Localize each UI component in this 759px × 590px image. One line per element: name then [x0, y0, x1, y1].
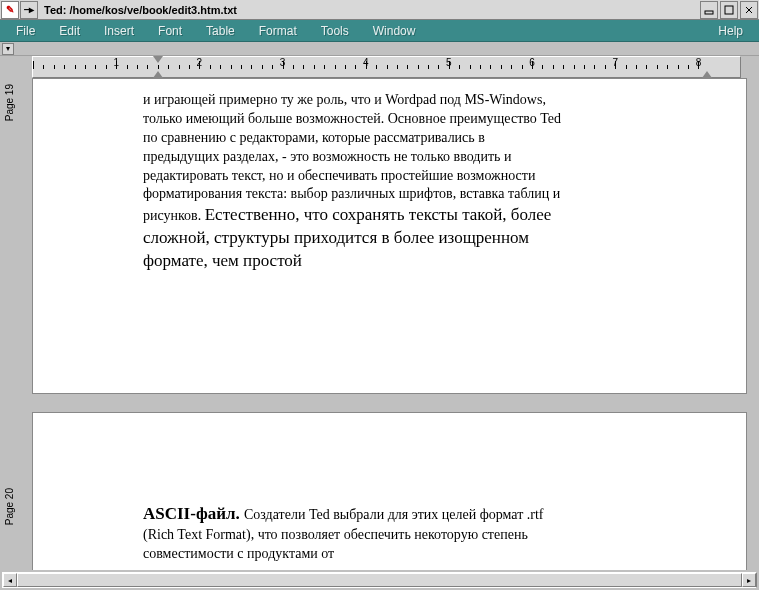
ruler-number: 6	[529, 57, 535, 68]
ruler-number: 5	[446, 57, 452, 68]
menu-edit[interactable]: Edit	[47, 22, 92, 40]
ruler-number: 1	[113, 57, 119, 68]
scroll-right-button[interactable]: ▸	[742, 573, 756, 587]
ruler-number: 7	[612, 57, 618, 68]
window-title: Ted: /home/kos/ve/book/edit3.htm.txt	[42, 4, 699, 16]
document-viewport: Page 19 Page 20 и играющей примерно ту ж…	[2, 78, 757, 570]
left-indent-marker[interactable]	[153, 71, 163, 78]
ruler-number: 8	[696, 57, 702, 68]
ruler-number: 4	[363, 57, 369, 68]
toolbar: ▾	[0, 42, 759, 56]
app-icon[interactable]: ✎	[1, 1, 19, 19]
page-label-20: Page 20	[4, 488, 15, 525]
scroll-thumb[interactable]	[17, 573, 742, 587]
menu-help[interactable]: Help	[706, 22, 755, 40]
menu-table[interactable]: Table	[194, 22, 247, 40]
title-bar: ✎ –▸ Ted: /home/kos/ve/book/edit3.htm.tx…	[0, 0, 759, 20]
menu-bar: File Edit Insert Font Table Format Tools…	[0, 20, 759, 42]
scroll-left-button[interactable]: ◂	[3, 573, 17, 587]
scroll-track[interactable]	[17, 573, 742, 587]
menu-tools[interactable]: Tools	[309, 22, 361, 40]
menu-file[interactable]: File	[4, 22, 47, 40]
menu-window[interactable]: Window	[361, 22, 428, 40]
horizontal-scrollbar[interactable]: ◂ ▸	[2, 572, 757, 588]
page-19[interactable]: и играющей примерно ту же роль, что и Wo…	[32, 78, 747, 394]
page-gutter: Page 19 Page 20	[2, 78, 32, 570]
page-20-content: ASCII-файл. Создатели Ted выбрали для эт…	[143, 425, 563, 564]
horizontal-ruler[interactable]: 12345678	[32, 56, 741, 78]
ruler-number: 2	[197, 57, 203, 68]
page-19-content: и играющей примерно ту же роль, что и Wo…	[143, 91, 563, 273]
page-20[interactable]: ASCII-файл. Создатели Ted выбрали для эт…	[32, 412, 747, 570]
menu-format[interactable]: Format	[247, 22, 309, 40]
menu-insert[interactable]: Insert	[92, 22, 146, 40]
page-label-19: Page 19	[4, 84, 15, 121]
ruler-number: 3	[280, 57, 286, 68]
page-19-plain: и играющей примерно ту же роль, что и Wo…	[143, 92, 561, 223]
svg-rect-1	[725, 6, 733, 14]
ruler-area: 12345678	[0, 56, 759, 80]
page-20-lead: ASCII-файл.	[143, 504, 244, 523]
menu-font[interactable]: Font	[146, 22, 194, 40]
svg-rect-0	[705, 11, 713, 14]
close-button[interactable]	[740, 1, 758, 19]
page-19-emph: Естественно, что сохранять тексты такой,…	[143, 205, 551, 270]
first-line-indent-marker[interactable]	[153, 56, 163, 63]
window-menu-button[interactable]: –▸	[20, 1, 38, 19]
document-pages[interactable]: и играющей примерно ту же роль, что и Wo…	[32, 78, 757, 570]
right-indent-marker[interactable]	[702, 71, 712, 78]
toolbar-button[interactable]: ▾	[2, 43, 14, 55]
minimize-button[interactable]	[700, 1, 718, 19]
maximize-button[interactable]	[720, 1, 738, 19]
